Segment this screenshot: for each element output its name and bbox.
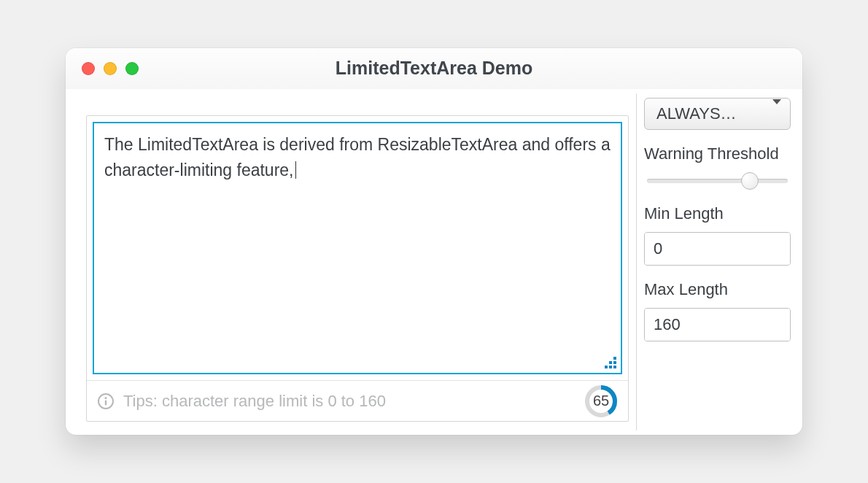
char-count-value: 65: [584, 385, 618, 418]
text-input[interactable]: The LimitedTextArea is derived from Resi…: [93, 122, 622, 374]
min-length-label: Min Length: [644, 204, 791, 223]
caret-icon: [295, 161, 296, 179]
max-length-spinner[interactable]: [644, 308, 791, 341]
status-bar: Tips: character range limit is 0 to 160 …: [87, 380, 628, 421]
max-length-input[interactable]: [645, 309, 791, 341]
app-window: LimitedTextArea Demo The LimitedTextArea…: [66, 48, 802, 435]
mode-dropdown[interactable]: ALWAYS…: [644, 98, 791, 130]
min-length-input[interactable]: [645, 233, 791, 265]
chevron-down-icon: [772, 104, 781, 123]
warning-threshold-label: Warning Threshold: [644, 144, 791, 163]
window-controls: [66, 62, 139, 75]
svg-point-1: [105, 397, 107, 399]
info-icon: [97, 393, 115, 410]
tips-text: Tips: character range limit is 0 to 160: [123, 392, 576, 411]
minimize-window-button[interactable]: [104, 62, 117, 75]
slider-track: [647, 179, 788, 183]
max-length-label: Max Length: [644, 280, 791, 299]
svg-rect-2: [105, 400, 106, 405]
resize-handle[interactable]: [600, 352, 616, 368]
text-content: The LimitedTextArea is derived from Resi…: [104, 135, 611, 179]
char-counter: 65: [584, 385, 618, 418]
main-pane: The LimitedTextArea is derived from Resi…: [70, 93, 636, 430]
titlebar: LimitedTextArea Demo: [66, 48, 802, 89]
limited-text-area: The LimitedTextArea is derived from Resi…: [86, 115, 629, 422]
window-body: The LimitedTextArea is derived from Resi…: [66, 89, 802, 435]
min-length-spinner[interactable]: [644, 232, 791, 266]
warning-threshold-slider[interactable]: [644, 172, 791, 190]
settings-pane: ALWAYS… Warning Threshold Min Length: [636, 93, 798, 430]
window-title: LimitedTextArea Demo: [66, 58, 802, 79]
slider-thumb[interactable]: [741, 172, 759, 190]
mode-dropdown-label: ALWAYS…: [656, 104, 737, 123]
close-window-button[interactable]: [82, 62, 95, 75]
zoom-window-button[interactable]: [125, 62, 139, 75]
